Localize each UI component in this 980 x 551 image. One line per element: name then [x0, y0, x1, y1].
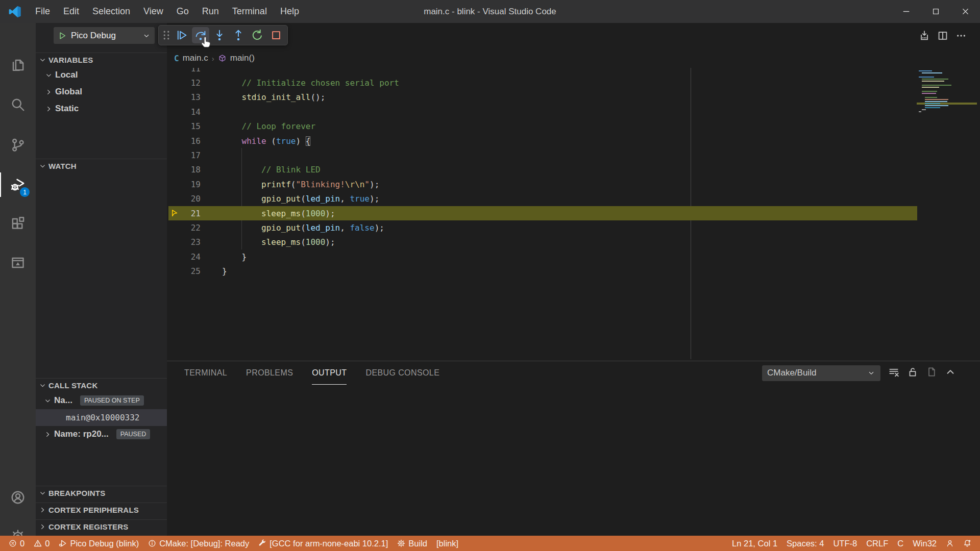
- call-stack-row-0[interactable]: Na...PAUSED ON STEP: [36, 392, 167, 409]
- variables-scope-local[interactable]: Local: [36, 67, 167, 84]
- status-item-cmake-kit[interactable]: [GCC for arm-none-eabi 10.2.1]: [254, 536, 393, 551]
- code-line-21[interactable]: 21 sleep_ms(1000);: [167, 206, 980, 220]
- variables-scope-global[interactable]: Global: [36, 84, 167, 101]
- close-panel-button[interactable]: [964, 366, 975, 380]
- minimize-button[interactable]: [891, 0, 921, 23]
- output-channel-dropdown[interactable]: CMake/Build: [762, 365, 880, 381]
- code-editor[interactable]: 1112 // Initialize chosen serial port13 …: [167, 61, 980, 360]
- activity-item-explorer[interactable]: [0, 53, 36, 77]
- menu-item-view[interactable]: View: [137, 6, 170, 17]
- code-line-13[interactable]: 13 stdio_init_all();: [167, 90, 980, 105]
- gutter-margin[interactable]: [167, 134, 182, 148]
- output-content[interactable]: [167, 385, 980, 536]
- status-item-errors[interactable]: 0: [4, 536, 29, 551]
- code-line-18[interactable]: 18 // Blink LED: [167, 163, 980, 177]
- launch-config-dropdown[interactable]: Pico Debug: [54, 27, 155, 44]
- code-line-22[interactable]: 22 gpio_put(led_pin, false);: [167, 220, 980, 235]
- code-line-23[interactable]: 23 sleep_ms(1000);: [167, 235, 980, 249]
- gutter-margin[interactable]: [167, 177, 182, 191]
- code-line-24[interactable]: 24 }: [167, 249, 980, 264]
- gutter-margin[interactable]: [167, 206, 182, 220]
- gutter-margin[interactable]: [167, 264, 182, 279]
- code-line-20[interactable]: 20 gpio_put(led_pin, true);: [167, 192, 980, 206]
- maximize-button[interactable]: [921, 0, 950, 23]
- code-line-text: sleep_ms(1000);: [222, 237, 335, 247]
- status-item-cmake-status[interactable]: CMake: [Debug]: Ready: [143, 536, 254, 551]
- section-header-call-stack[interactable]: CALL STACK: [36, 378, 167, 392]
- call-stack-row-1[interactable]: main@0x10000332: [36, 409, 167, 426]
- section-header-cortex-registers[interactable]: CORTEX REGISTERS: [36, 519, 167, 533]
- status-item-platform[interactable]: Win32: [908, 536, 941, 551]
- menu-item-help[interactable]: Help: [274, 6, 306, 17]
- restart-button[interactable]: [249, 27, 266, 43]
- continue-button[interactable]: [173, 27, 190, 43]
- code-line-16[interactable]: 16 while (true) {: [167, 134, 980, 148]
- start-debug-icon[interactable]: [58, 31, 67, 40]
- section-header-cortex-peripherals[interactable]: CORTEX PERIPHERALS: [36, 503, 167, 516]
- stop-button[interactable]: [267, 27, 285, 43]
- status-item-encoding[interactable]: UTF-8: [828, 536, 862, 551]
- status-item-indentation[interactable]: Spaces: 4: [782, 536, 828, 551]
- activity-item-source-control[interactable]: [0, 133, 36, 157]
- activity-item-extensions[interactable]: [0, 212, 36, 236]
- unlock-button[interactable]: [907, 366, 918, 380]
- panel-tab-output[interactable]: OUTPUT: [312, 361, 347, 385]
- status-item-notifications[interactable]: [959, 536, 976, 551]
- gutter-margin[interactable]: [167, 76, 182, 90]
- status-item-eol[interactable]: CRLF: [862, 536, 893, 551]
- gutter-margin[interactable]: [167, 90, 182, 105]
- section-header-variables[interactable]: VARIABLES: [36, 53, 167, 66]
- activity-item-account[interactable]: [0, 485, 36, 510]
- clear-output-button[interactable]: [888, 366, 899, 380]
- toolbar-drag-handle[interactable]: [161, 27, 172, 43]
- variables-scope-static[interactable]: Static: [36, 101, 167, 117]
- gutter-margin[interactable]: [167, 163, 182, 177]
- section-header-breakpoints[interactable]: BREAKPOINTS: [36, 486, 167, 499]
- status-item-cmake-build[interactable]: Build: [393, 536, 432, 551]
- step-out-button[interactable]: [230, 27, 247, 43]
- gutter-margin[interactable]: [167, 119, 182, 134]
- split-editor-button[interactable]: [937, 30, 948, 43]
- code-line-15[interactable]: 15 // Loop forever: [167, 119, 980, 134]
- step-over-button[interactable]: [192, 27, 209, 43]
- code-line-25[interactable]: 25}: [167, 264, 980, 279]
- status-item-cmake-target[interactable]: [blink]: [432, 536, 463, 551]
- status-item-feedback[interactable]: [941, 536, 959, 551]
- menu-item-selection[interactable]: Selection: [86, 6, 137, 17]
- maximize-panel-button[interactable]: [945, 366, 956, 380]
- activity-item-run-and-debug[interactable]: 1: [0, 172, 36, 197]
- menu-item-go[interactable]: Go: [170, 6, 195, 17]
- status-item-warnings[interactable]: 0: [29, 536, 54, 551]
- code-line-14[interactable]: 14: [167, 105, 980, 119]
- breadcrumb-symbol[interactable]: main(): [230, 53, 255, 63]
- activity-item-search[interactable]: [0, 92, 36, 117]
- gutter-margin[interactable]: [167, 220, 182, 235]
- gutter-margin[interactable]: [167, 192, 182, 206]
- close-window-button[interactable]: [950, 0, 980, 23]
- code-line-12[interactable]: 12 // Initialize chosen serial port: [167, 76, 980, 90]
- section-header-watch[interactable]: WATCH: [36, 159, 167, 172]
- call-stack-row-2[interactable]: Name: rp20...PAUSED: [36, 426, 167, 443]
- menu-item-file[interactable]: File: [29, 6, 57, 17]
- code-line-17[interactable]: 17: [167, 148, 980, 162]
- status-item-cursor-position[interactable]: Ln 21, Col 1: [727, 536, 782, 551]
- code-line-19[interactable]: 19 printf("Blinking!\r\n");: [167, 177, 980, 191]
- gutter-margin[interactable]: [167, 148, 182, 162]
- step-into-button[interactable]: [211, 27, 228, 43]
- panel-tab-debug-console[interactable]: DEBUG CONSOLE: [365, 361, 439, 385]
- status-item-language-mode[interactable]: C: [893, 536, 908, 551]
- gutter-margin[interactable]: [167, 235, 182, 249]
- status-item-pico-debug[interactable]: Pico Debug (blink): [54, 536, 143, 551]
- breadcrumb-file[interactable]: main.c: [183, 53, 208, 63]
- open-output-in-editor-button[interactable]: [926, 366, 937, 380]
- run-project-button[interactable]: [919, 30, 930, 43]
- gutter-margin[interactable]: [167, 249, 182, 264]
- menu-item-edit[interactable]: Edit: [57, 6, 86, 17]
- gutter-margin[interactable]: [167, 105, 182, 119]
- menu-item-run[interactable]: Run: [195, 6, 226, 17]
- panel-tab-problems[interactable]: PROBLEMS: [246, 361, 293, 385]
- more-actions-button[interactable]: [955, 30, 967, 43]
- panel-tab-terminal[interactable]: TERMINAL: [184, 361, 227, 385]
- activity-item-pico-project[interactable]: [0, 251, 36, 275]
- menu-item-terminal[interactable]: Terminal: [226, 6, 274, 17]
